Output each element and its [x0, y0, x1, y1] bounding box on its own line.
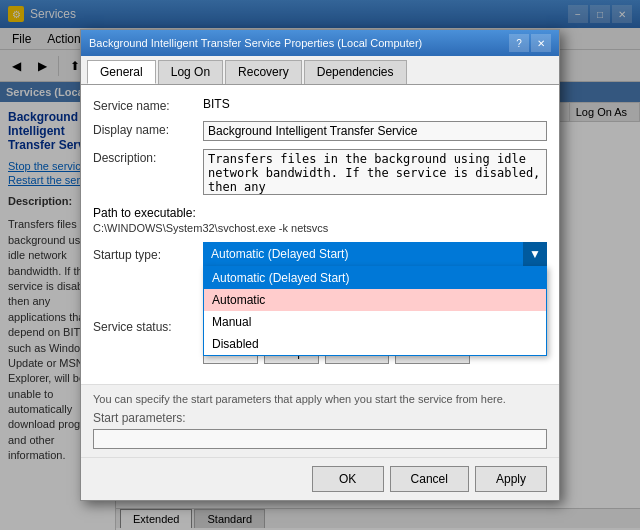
service-name-value: BITS — [203, 97, 547, 111]
path-section: Path to executable: C:\WINDOWS\System32\… — [93, 206, 547, 234]
display-name-row: Display name: — [93, 121, 547, 141]
description-label: Description: — [93, 149, 203, 165]
service-status-label: Service status: — [93, 318, 203, 334]
path-label: Path to executable: — [93, 206, 547, 220]
service-name-label: Service name: — [93, 97, 203, 113]
dialog-close-button[interactable]: ✕ — [531, 34, 551, 52]
dialog-title-bar: Background Intelligent Transfer Service … — [81, 30, 559, 56]
dialog-tabs: General Log On Recovery Dependencies — [81, 56, 559, 85]
startup-type-row: Startup type: Automatic (Delayed Start) … — [93, 242, 547, 266]
dialog-overlay: Background Intelligent Transfer Service … — [0, 0, 640, 530]
startup-option-auto[interactable]: Automatic — [204, 289, 546, 311]
apply-button[interactable]: Apply — [475, 466, 547, 492]
dialog-footer: You can specify the start parameters tha… — [81, 384, 559, 457]
path-value: C:\WINDOWS\System32\svchost.exe -k netsv… — [93, 222, 547, 234]
dialog-tab-dependencies[interactable]: Dependencies — [304, 60, 407, 84]
dialog-tab-recovery[interactable]: Recovery — [225, 60, 302, 84]
start-params-input[interactable] — [93, 429, 547, 449]
startup-type-label: Startup type: — [93, 246, 203, 262]
startup-type-list[interactable]: Automatic (Delayed Start) Automatic Manu… — [203, 266, 547, 356]
display-name-label: Display name: — [93, 121, 203, 137]
dialog-help-button[interactable]: ? — [509, 34, 529, 52]
startup-option-manual[interactable]: Manual — [204, 311, 546, 333]
dialog-body: Service name: BITS Display name: Descrip… — [81, 85, 559, 384]
dialog-action-buttons: OK Cancel Apply — [81, 457, 559, 500]
startup-option-disabled[interactable]: Disabled — [204, 333, 546, 355]
cancel-button[interactable]: Cancel — [390, 466, 469, 492]
startup-type-selected[interactable]: Automatic (Delayed Start) — [203, 242, 547, 266]
properties-dialog: Background Intelligent Transfer Service … — [80, 29, 560, 501]
dialog-tab-general[interactable]: General — [87, 60, 156, 84]
startup-option-auto-delayed[interactable]: Automatic (Delayed Start) — [204, 267, 546, 289]
dialog-title: Background Intelligent Transfer Service … — [89, 37, 422, 49]
description-textarea[interactable]: Transfers files in the background using … — [203, 149, 547, 195]
display-name-input[interactable] — [203, 121, 547, 141]
service-name-row: Service name: BITS — [93, 97, 547, 113]
ok-button[interactable]: OK — [312, 466, 384, 492]
dialog-tab-logon[interactable]: Log On — [158, 60, 223, 84]
start-params-label: Start parameters: — [93, 411, 547, 425]
footer-note: You can specify the start parameters tha… — [93, 393, 547, 405]
description-row: Description: Transfers files in the back… — [93, 149, 547, 198]
startup-type-dropdown[interactable]: Automatic (Delayed Start) ▼ Automatic (D… — [203, 242, 547, 266]
